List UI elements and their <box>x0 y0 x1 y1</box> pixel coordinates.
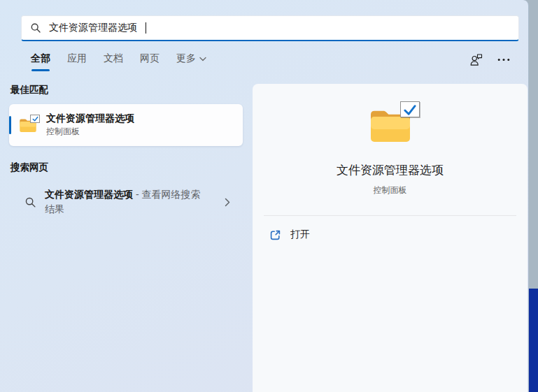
preview-subtitle: 控制面板 <box>374 184 407 196</box>
selection-accent-bar <box>9 116 11 134</box>
text-caret <box>146 22 146 34</box>
filter-tabs: 全部 应用 文档 网页 更多 <box>31 52 510 71</box>
web-result-query: 文件资源管理器选项 <box>45 189 133 200</box>
tab-more[interactable]: 更多 <box>176 52 206 71</box>
web-result-text: 文件资源管理器选项 - 查看网络搜索结果 <box>45 187 207 217</box>
result-subtitle: 控制面板 <box>46 126 134 138</box>
folder-options-icon <box>369 107 412 143</box>
open-external-icon <box>269 229 281 241</box>
active-tab-underline <box>31 69 50 71</box>
open-label: 打开 <box>290 228 310 241</box>
search-flyout-window: 文件资源管理器选项 全部 应用 文档 网页 更多 <box>0 0 529 392</box>
results-pane: 最佳匹配 文件资源管理器选项 <box>0 84 253 392</box>
checkmark-icon <box>30 115 40 123</box>
tab-documents[interactable]: 文档 <box>104 52 123 71</box>
open-action[interactable]: 打开 <box>253 221 528 249</box>
search-input[interactable]: 文件资源管理器选项 <box>21 15 519 41</box>
user-feedback-icon[interactable] <box>469 53 483 66</box>
search-icon <box>24 196 36 208</box>
tab-apps[interactable]: 应用 <box>67 52 87 71</box>
chevron-down-icon <box>199 57 206 61</box>
web-search-result[interactable]: 文件资源管理器选项 - 查看网络搜索结果 <box>9 182 243 222</box>
best-match-heading: 最佳匹配 <box>10 84 241 96</box>
tab-all[interactable]: 全部 <box>31 52 50 71</box>
folder-options-icon <box>19 117 37 133</box>
tab-web[interactable]: 网页 <box>140 52 160 71</box>
chevron-right-icon[interactable] <box>225 198 230 207</box>
search-query-text: 文件资源管理器选项 <box>49 22 137 34</box>
web-search-heading: 搜索网页 <box>10 161 241 174</box>
checkmark-icon <box>400 101 420 117</box>
search-icon <box>30 22 41 34</box>
preview-panel: 文件资源管理器选项 控制面板 打开 <box>253 84 528 392</box>
more-options-icon[interactable] <box>497 58 510 61</box>
best-match-result[interactable]: 文件资源管理器选项 控制面板 <box>9 104 243 146</box>
divider <box>264 215 516 216</box>
result-title: 文件资源管理器选项 <box>46 112 134 124</box>
preview-title: 文件资源管理器选项 <box>337 162 444 178</box>
